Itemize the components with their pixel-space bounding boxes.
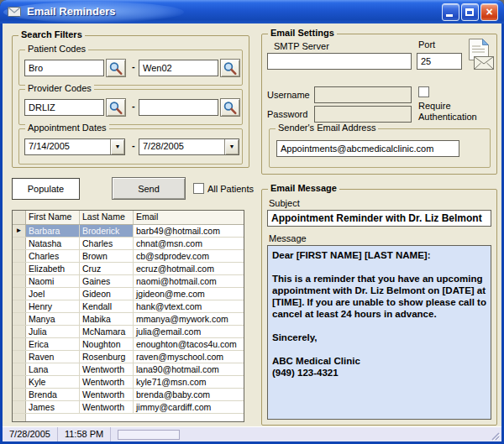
table-row[interactable]: NatashaCharleschnat@msn.com: [13, 238, 244, 250]
grid-cell[interactable]: Mabika: [80, 313, 134, 325]
grid-cell[interactable]: Wentworth: [80, 389, 134, 400]
table-row[interactable]: LanaWentworthlana90@hotmail.com: [13, 363, 244, 376]
table-row[interactable]: ElizabethCruzecruz@hotmail.com: [13, 263, 244, 275]
grid-cell[interactable]: chnat@msn.com: [134, 238, 244, 249]
row-header[interactable]: [13, 250, 26, 262]
current-row-arrow-icon[interactable]: ►: [13, 225, 26, 237]
populate-button[interactable]: Populate: [12, 178, 80, 200]
grid-cell[interactable]: Kendall: [80, 300, 134, 312]
grid-cell[interactable]: Wentworth: [80, 376, 134, 388]
patient-code-to-input[interactable]: [139, 60, 218, 76]
grid-cell[interactable]: Raven: [26, 351, 80, 363]
grid-cell[interactable]: ecruz@hotmail.com: [134, 263, 244, 274]
title-bar[interactable]: Email Reminders ×: [0, 0, 504, 24]
send-button[interactable]: Send: [112, 177, 186, 200]
grid-cell[interactable]: julia@email.com: [134, 326, 244, 337]
grid-cell[interactable]: Julia: [26, 326, 80, 337]
chevron-down-icon[interactable]: ▼: [224, 139, 239, 154]
row-header[interactable]: [13, 351, 26, 363]
patient-grid[interactable]: First Name Last Name Email ►BarbaraBrode…: [12, 210, 244, 422]
grid-cell[interactable]: brenda@baby.com: [134, 389, 244, 400]
grid-cell[interactable]: Brenda: [26, 389, 80, 400]
row-header[interactable]: [13, 275, 26, 287]
grid-cell[interactable]: raven@myschool.com: [134, 351, 244, 363]
row-header[interactable]: [13, 263, 26, 274]
provider-code-to-lookup-button[interactable]: [220, 98, 240, 117]
date-from-combobox[interactable]: 7/14/2005 ▼: [24, 138, 125, 155]
date-to-combobox[interactable]: 7/28/2005 ▼: [139, 138, 239, 155]
row-header[interactable]: [13, 376, 26, 388]
grid-cell[interactable]: Brown: [80, 250, 134, 262]
row-header[interactable]: [13, 238, 26, 249]
grid-cell[interactable]: naomi@hotmail.com: [134, 275, 244, 287]
grid-cell[interactable]: Kyle: [26, 376, 80, 388]
sender-email-input[interactable]: [276, 140, 459, 157]
table-row[interactable]: HenryKendallhank@vtext.com: [13, 300, 244, 313]
table-row[interactable]: JuliaMcNamarajulia@email.com: [13, 326, 244, 338]
table-row[interactable]: NaomiGainesnaomi@hotmail.com: [13, 275, 244, 288]
table-row[interactable]: JamesWentworthjimmy@cardiff.com: [13, 401, 244, 414]
grid-cell[interactable]: Elizabeth: [26, 263, 80, 274]
row-header[interactable]: [13, 313, 26, 325]
grid-cell[interactable]: barb49@hotmail.com: [134, 225, 244, 237]
row-header[interactable]: [13, 401, 26, 413]
grid-cell[interactable]: James: [26, 401, 80, 413]
grid-cell[interactable]: enoughton@tacos4u.com: [134, 338, 244, 350]
grid-cell[interactable]: Broderick: [80, 225, 134, 237]
column-header-last-name[interactable]: Last Name: [80, 211, 134, 224]
password-input[interactable]: [314, 106, 412, 123]
username-input[interactable]: [314, 86, 412, 103]
row-header[interactable]: [13, 338, 26, 350]
row-header[interactable]: [13, 326, 26, 337]
table-row[interactable]: JoelGideonjgideon@me.com: [13, 288, 244, 300]
provider-code-to-input[interactable]: [139, 99, 218, 116]
subject-input[interactable]: [267, 210, 491, 227]
row-header[interactable]: [13, 389, 26, 400]
grid-cell[interactable]: Manya: [26, 313, 80, 325]
grid-cell[interactable]: Gaines: [80, 275, 134, 287]
message-textarea[interactable]: [267, 245, 491, 420]
close-button[interactable]: ×: [480, 3, 498, 21]
minimize-button[interactable]: [442, 3, 459, 21]
table-row[interactable]: RavenRosenburgraven@myschool.com: [13, 351, 244, 363]
grid-cell[interactable]: Gideon: [80, 288, 134, 300]
row-header[interactable]: [13, 363, 26, 375]
port-input[interactable]: [417, 53, 462, 70]
grid-cell[interactable]: Rosenburg: [80, 351, 134, 363]
grid-cell[interactable]: Wentworth: [80, 363, 134, 375]
grid-cell[interactable]: Charles: [80, 238, 134, 249]
grid-cell[interactable]: Charles: [26, 250, 80, 262]
table-row[interactable]: ManyaMabikammanya@mywork.com: [13, 313, 244, 326]
resize-grip-icon[interactable]: [489, 430, 501, 441]
maximize-button[interactable]: [461, 3, 479, 21]
grid-cell[interactable]: jgideon@me.com: [134, 288, 244, 300]
patient-code-from-input[interactable]: [24, 60, 104, 76]
table-row[interactable]: KyleWentworthkyle71@msn.com: [13, 376, 244, 389]
all-patients-checkbox[interactable]: [193, 183, 204, 194]
grid-cell[interactable]: Cruz: [80, 263, 134, 274]
grid-cell[interactable]: hank@vtext.com: [134, 300, 244, 312]
grid-cell[interactable]: cb@sdprodev.com: [134, 250, 244, 262]
table-row[interactable]: BrendaWentworthbrenda@baby.com: [13, 389, 244, 401]
grid-cell[interactable]: Noughton: [80, 338, 134, 350]
grid-cell[interactable]: jimmy@cardiff.com: [134, 401, 244, 413]
column-header-email[interactable]: Email: [134, 211, 244, 224]
grid-cell[interactable]: McNamara: [80, 326, 134, 337]
grid-cell[interactable]: Joel: [26, 288, 80, 300]
grid-cell[interactable]: Henry: [26, 300, 80, 312]
row-header[interactable]: [13, 300, 26, 312]
smtp-server-input[interactable]: [267, 53, 412, 70]
table-row[interactable]: EricaNoughtonenoughton@tacos4u.com: [13, 338, 244, 351]
provider-code-from-lookup-button[interactable]: [106, 98, 126, 117]
table-row[interactable]: CharlesBrowncb@sdprodev.com: [13, 250, 244, 263]
grid-cell[interactable]: kyle71@msn.com: [134, 376, 244, 388]
grid-cell[interactable]: Naomi: [26, 275, 80, 287]
grid-cell[interactable]: Lana: [26, 363, 80, 375]
chevron-down-icon[interactable]: ▼: [110, 139, 124, 154]
row-header[interactable]: [13, 288, 26, 300]
grid-cell[interactable]: mmanya@mywork.com: [134, 313, 244, 325]
column-header-first-name[interactable]: First Name: [26, 211, 80, 224]
provider-code-from-input[interactable]: [24, 99, 104, 116]
grid-cell[interactable]: Natasha: [26, 238, 80, 249]
patient-code-from-lookup-button[interactable]: [106, 59, 126, 77]
